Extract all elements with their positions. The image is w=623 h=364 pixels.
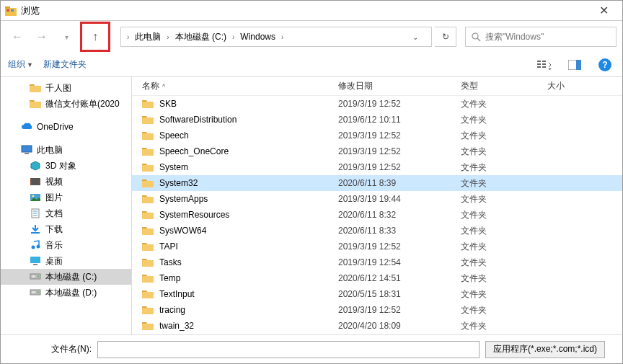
recent-dropdown[interactable]: ▾ [56,26,77,48]
browse-dialog: 浏览 ✕ ← → ▾ ↑ › 此电脑 › 本地磁盘 (C:) › Windows… [0,0,623,364]
file-name: Tasks [159,257,182,267]
table-row[interactable]: TextInput2020/5/15 18:31文件夹 [132,286,622,302]
cell-name: SoftwareDistribution [132,115,328,125]
tree-item[interactable]: 千人图 [1,80,131,96]
tree-item[interactable]: 下载 [1,221,131,237]
cell-name: TAPI [132,241,328,252]
table-row[interactable]: SystemApps2019/3/19 19:44文件夹 [132,191,622,207]
chevron-right-icon[interactable]: › [231,33,236,41]
search-icon [472,32,481,42]
tree-item[interactable]: 微信支付账单(2020 [1,96,131,112]
crumb-windows[interactable]: Windows [237,30,278,43]
folder-icon [142,146,154,156]
body: 千人图微信支付账单(2020OneDrive此电脑3D 对象视频图片文档下载音乐… [1,77,622,334]
tree-item[interactable]: 3D 对象 [1,158,131,174]
help-button[interactable]: ? [595,56,615,74]
tree-item-label: 本地磁盘 (C:) [45,271,97,283]
svg-rect-1 [5,6,10,9]
new-folder-label: 新建文件夹 [43,58,87,71]
tree-item-label: 图片 [45,192,63,204]
filename-label: 文件名(N): [51,343,92,355]
col-date[interactable]: 修改日期 [328,77,451,95]
folder-icon [142,178,154,188]
tree-item[interactable]: OneDrive [1,119,131,135]
file-list[interactable]: SKB2019/3/19 12:52文件夹SoftwareDistributio… [132,96,622,334]
filename-input[interactable] [97,341,480,358]
address-bar[interactable]: › 此电脑 › 本地磁盘 (C:) › Windows › ⌄ [120,27,432,47]
tree-item[interactable]: 本地磁盘 (C:) [1,269,131,285]
cell-name: twain_32 [132,321,328,331]
tree-item[interactable]: 本地磁盘 (D:) [1,285,131,301]
close-button[interactable]: ✕ [589,1,618,20]
folder-icon [142,257,154,267]
svg-rect-10 [542,63,546,65]
refresh-button[interactable]: ↻ [435,27,456,47]
filetype-dropdown[interactable]: 应用程序(*.exe;*.com;*.icd) [485,341,605,358]
table-row[interactable]: Speech2019/3/19 12:52文件夹 [132,128,622,143]
cell-type: 文件夹 [451,146,537,158]
col-date-label: 修改日期 [338,80,373,92]
forward-button[interactable]: → [31,26,53,48]
search-box[interactable] [465,27,617,47]
nav-tree[interactable]: 千人图微信支付账单(2020OneDrive此电脑3D 对象视频图片文档下载音乐… [1,77,132,334]
organize-menu[interactable]: 组织 ▼ [8,58,33,71]
chevron-right-icon[interactable]: › [280,33,285,41]
address-dropdown[interactable]: ⌄ [404,33,427,41]
table-row[interactable]: SysWOW642020/6/11 8:33文件夹 [132,223,622,239]
svg-rect-35 [32,291,35,293]
table-row[interactable]: SKB2019/3/19 12:52文件夹 [132,96,622,112]
folder-icon [142,194,154,204]
new-folder-button[interactable]: 新建文件夹 [43,58,87,71]
tree-item[interactable]: 此电脑 [1,142,131,158]
table-row[interactable]: Tasks2019/3/19 12:54文件夹 [132,254,622,270]
cell-type: 文件夹 [451,130,537,142]
table-row[interactable]: tracing2019/3/19 12:52文件夹 [132,302,622,318]
table-row[interactable]: twain_322020/4/20 18:09文件夹 [132,318,622,334]
tree-item[interactable]: 文档 [1,205,131,221]
back-button[interactable]: ← [6,26,28,48]
table-row[interactable]: System2019/3/19 12:52文件夹 [132,159,622,175]
svg-point-26 [32,246,35,249]
svg-line-5 [477,38,480,41]
crumb-drive[interactable]: 本地磁盘 (C:) [172,30,229,45]
tree-item[interactable]: 桌面 [1,253,131,269]
cell-name: SysWOW64 [132,226,328,236]
col-type[interactable]: 类型 [451,77,537,95]
folder-icon [142,99,154,109]
chevron-right-icon[interactable]: › [125,33,131,41]
file-name: twain_32 [159,321,194,331]
folder-icon [142,210,154,220]
chevron-down-icon: ▼ [27,61,33,68]
chevron-right-icon[interactable]: › [165,33,170,41]
svg-rect-8 [537,66,541,68]
crumb-thispc[interactable]: 此电脑 [132,30,164,45]
cell-name: SystemApps [132,194,328,204]
preview-pane-button[interactable] [565,56,585,74]
table-row[interactable]: Speech_OneCore2019/3/19 12:52文件夹 [132,143,622,159]
cell-name: Speech_OneCore [132,146,328,156]
cell-date: 2020/6/11 8:33 [328,226,451,236]
file-name: SystemResources [159,210,229,220]
table-row[interactable]: TAPI2019/3/19 12:52文件夹 [132,239,622,254]
toolbar: 组织 ▼ 新建文件夹 ? [1,53,622,77]
col-name[interactable]: 名称 ^ [132,77,328,95]
cell-name: SystemResources [132,210,328,220]
table-row[interactable]: Temp2020/6/12 14:51文件夹 [132,270,622,286]
file-name: Speech_OneCore [159,146,229,156]
file-name: System32 [159,178,198,188]
up-button[interactable]: ↑ [84,26,106,48]
titlebar: 浏览 ✕ [1,1,622,21]
view-menu[interactable] [534,56,554,74]
col-size[interactable]: 大小 [537,77,595,95]
tree-item[interactable]: 音乐 [1,237,131,253]
tree-item[interactable]: 视频 [1,174,131,190]
table-row[interactable]: SoftwareDistribution2019/6/12 10:11文件夹 [132,112,622,128]
file-name: Temp [159,273,180,283]
cell-date: 2019/3/19 12:52 [328,130,451,141]
search-input[interactable] [485,32,610,42]
cell-type: 文件夹 [451,257,537,269]
table-row[interactable]: SystemResources2020/6/11 8:32文件夹 [132,207,622,223]
tree-item-label: OneDrive [37,122,74,132]
tree-item[interactable]: 图片 [1,190,131,205]
table-row[interactable]: System322020/6/11 8:39文件夹 [132,175,622,191]
